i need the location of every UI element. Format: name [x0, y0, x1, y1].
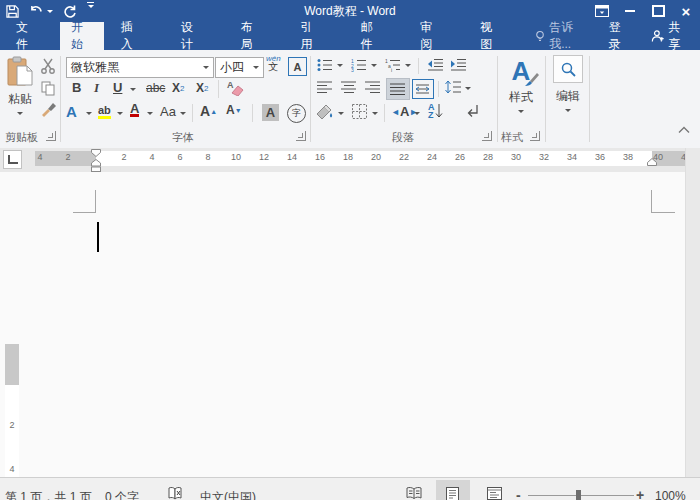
- shading-dropdown-icon[interactable]: [338, 112, 344, 115]
- bullets-dropdown-icon[interactable]: [337, 64, 343, 67]
- text-boundary-top-right-horizontal: [651, 212, 675, 213]
- font-size-select[interactable]: 小四: [215, 57, 264, 78]
- proofing-status-icon[interactable]: [168, 487, 184, 500]
- clipboard-dialog-launcher-icon[interactable]: [46, 131, 56, 141]
- word-count-status[interactable]: 0 个字: [105, 489, 139, 500]
- hanging-indent-marker[interactable]: [91, 159, 101, 172]
- zoom-level-label[interactable]: 100%: [655, 489, 686, 500]
- underline-dropdown-icon[interactable]: [130, 88, 136, 91]
- share-button[interactable]: 共享: [641, 22, 700, 50]
- cut-icon[interactable]: [40, 58, 56, 74]
- zoom-slider-track[interactable]: [528, 495, 634, 496]
- justify-button[interactable]: [386, 78, 410, 100]
- font-name-select[interactable]: 微软雅黑: [66, 57, 214, 78]
- multilevel-list-icon[interactable]: 1ai: [385, 58, 401, 72]
- text-cursor: [97, 222, 99, 252]
- zoom-slider-handle[interactable]: [576, 490, 581, 500]
- sort-icon[interactable]: AZ: [428, 103, 443, 119]
- styles-dropdown-icon[interactable]: [518, 110, 524, 113]
- character-border-icon[interactable]: A: [288, 57, 307, 76]
- tab-file[interactable]: 文件: [2, 22, 52, 50]
- read-mode-icon[interactable]: [406, 487, 422, 499]
- font-color-dropdown-icon[interactable]: [147, 112, 153, 115]
- text-effects-dropdown-icon[interactable]: [86, 112, 92, 115]
- first-line-indent-marker[interactable]: [91, 149, 101, 157]
- right-indent-marker[interactable]: [647, 158, 657, 166]
- show-hide-marks-icon[interactable]: [466, 104, 480, 117]
- text-effects-icon[interactable]: A: [66, 103, 77, 120]
- enclose-characters-icon[interactable]: 字: [287, 104, 306, 123]
- distribute-text-icon[interactable]: [412, 79, 434, 99]
- tab-mailings[interactable]: 邮件: [349, 22, 393, 50]
- tab-references[interactable]: 引用: [290, 22, 334, 50]
- tab-review[interactable]: 审阅: [409, 22, 453, 50]
- align-center-icon[interactable]: [341, 81, 357, 94]
- subscript-button[interactable]: X2: [172, 81, 184, 95]
- increase-indent-icon[interactable]: [450, 58, 467, 71]
- align-left-icon[interactable]: [317, 81, 333, 94]
- editing-button[interactable]: 编辑: [549, 55, 587, 112]
- person-plus-icon: [651, 29, 665, 43]
- share-label: 共享: [668, 19, 690, 53]
- align-right-icon[interactable]: [365, 81, 381, 94]
- clear-formatting-icon[interactable]: A: [226, 79, 244, 96]
- borders-dropdown-icon[interactable]: [372, 112, 378, 115]
- tab-insert[interactable]: 插入: [110, 22, 154, 50]
- line-spacing-icon[interactable]: [445, 80, 461, 94]
- shrink-font-icon[interactable]: A▼: [226, 103, 242, 117]
- italic-button[interactable]: I: [94, 80, 99, 96]
- styles-button[interactable]: A 样式: [500, 55, 542, 113]
- multilevel-dropdown-icon[interactable]: [405, 64, 411, 67]
- tab-home[interactable]: 开始: [60, 22, 104, 50]
- paragraph-dialog-launcher-icon[interactable]: [482, 131, 492, 141]
- print-layout-icon[interactable]: [446, 487, 459, 500]
- collapse-ribbon-icon[interactable]: [678, 126, 690, 134]
- underline-button[interactable]: U: [113, 80, 122, 95]
- numbering-icon[interactable]: 123: [351, 58, 367, 72]
- decrease-indent-icon[interactable]: [427, 58, 444, 71]
- text-highlight-icon[interactable]: ab: [98, 105, 111, 119]
- svg-text:3: 3: [351, 67, 354, 72]
- tab-view[interactable]: 视图: [469, 22, 513, 50]
- character-shading-icon[interactable]: A: [262, 104, 279, 121]
- text-highlight-dropdown-icon[interactable]: [117, 112, 123, 115]
- horizontal-ruler[interactable]: 4 2 2 4 6 8 10 12 14 16 18 20 22 24 26 2…: [35, 151, 692, 166]
- font-dialog-launcher-icon[interactable]: [296, 131, 306, 141]
- styles-dialog-launcher-icon[interactable]: [530, 131, 540, 141]
- font-color-icon[interactable]: A: [130, 103, 139, 117]
- numbering-dropdown-icon[interactable]: [371, 64, 377, 67]
- editing-dropdown-icon[interactable]: [565, 109, 571, 112]
- language-status[interactable]: 中文(中国): [200, 489, 256, 500]
- sign-in-button[interactable]: 登录: [599, 22, 641, 50]
- tab-layout[interactable]: 布局: [230, 22, 274, 50]
- tell-me-label: 告诉我...: [549, 19, 591, 53]
- bold-button[interactable]: B: [72, 80, 81, 95]
- phonetic-guide-icon[interactable]: wén 文: [266, 55, 281, 71]
- borders-icon[interactable]: [352, 104, 367, 119]
- page-count-status[interactable]: 第 1 页，共 1 页: [5, 489, 92, 500]
- superscript-button[interactable]: X2: [196, 81, 208, 95]
- title-bar: Word教程 - Word ×: [0, 0, 700, 22]
- vertical-scrollbar[interactable]: [685, 148, 700, 477]
- strikethrough-button[interactable]: abc: [146, 81, 165, 95]
- format-painter-icon[interactable]: [40, 102, 57, 117]
- paste-button[interactable]: 粘贴: [4, 56, 36, 115]
- web-layout-icon[interactable]: [487, 487, 502, 500]
- zoom-out-button[interactable]: -: [516, 487, 521, 500]
- shading-icon[interactable]: [315, 104, 334, 120]
- bullets-icon[interactable]: [317, 58, 333, 72]
- tab-design[interactable]: 设计: [170, 22, 214, 50]
- document-page[interactable]: 2 4 6 8 10 12: [0, 172, 700, 477]
- tell-me-box[interactable]: 告诉我...: [527, 22, 599, 50]
- grow-font-icon[interactable]: A▲: [200, 103, 217, 119]
- line-spacing-dropdown-icon[interactable]: [465, 87, 471, 90]
- editing-label: 编辑: [556, 88, 580, 105]
- paste-dropdown-icon[interactable]: [17, 112, 23, 115]
- font-size-value: 小四: [216, 59, 249, 76]
- copy-icon[interactable]: [41, 81, 55, 96]
- tab-stop-selector[interactable]: [3, 150, 22, 169]
- asian-layout-dropdown-icon[interactable]: [414, 112, 420, 115]
- zoom-in-button[interactable]: +: [636, 487, 644, 500]
- change-case-dropdown-icon[interactable]: [180, 112, 186, 115]
- change-case-icon[interactable]: Aa: [160, 104, 176, 119]
